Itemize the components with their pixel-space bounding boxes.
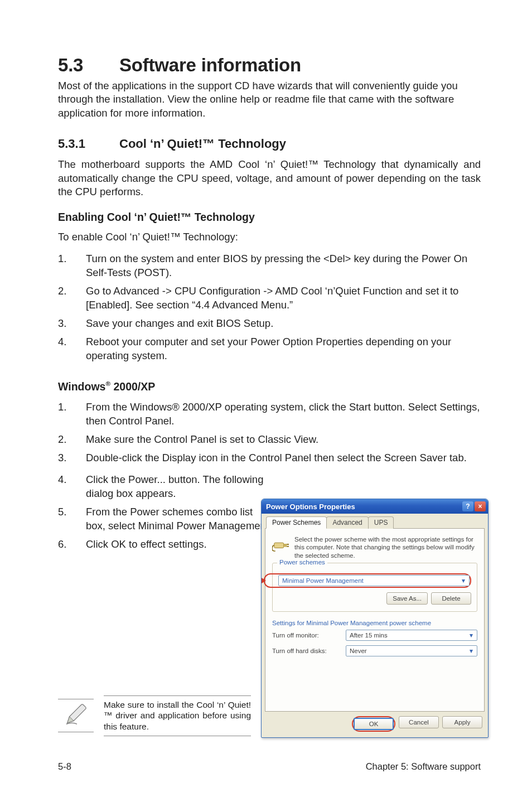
tab-ups[interactable]: UPS	[368, 516, 394, 529]
list-item: 4.Click the Power... button. The followi…	[58, 473, 481, 501]
list-item: 1.From the Windows® 2000/XP operating sy…	[58, 400, 481, 428]
note-text: Make sure to install the Cool ‘n’ Quiet!…	[104, 695, 251, 736]
section-number: 5.3	[58, 55, 119, 76]
highlight-ring: OK	[352, 716, 395, 732]
svg-rect-1	[284, 544, 287, 547]
power-plug-icon	[272, 535, 289, 552]
help-icon[interactable]: ?	[462, 501, 473, 511]
turn-off-monitor-select[interactable]: After 15 mins ▾	[346, 630, 477, 641]
close-icon[interactable]: ×	[475, 501, 486, 511]
subsection-title: Cool ‘n’ Quiet!™ Technology	[119, 137, 286, 151]
power-scheme-value: Minimal Power Management	[282, 577, 459, 584]
turn-off-disks-value: Never	[350, 648, 467, 654]
dialog-description: Select the power scheme with the most ap…	[294, 535, 477, 559]
tab-power-schemes[interactable]: Power Schemes	[266, 516, 327, 529]
cancel-button[interactable]: Cancel	[399, 716, 439, 728]
turn-off-disks-select[interactable]: Never ▾	[346, 645, 477, 656]
save-as-button[interactable]: Save As...	[386, 592, 428, 605]
tab-advanced[interactable]: Advanced	[326, 516, 368, 529]
settings-group-title: Settings for Minimal Power Management po…	[272, 620, 477, 626]
dropdown-arrow-icon: ▾	[467, 647, 476, 655]
reg-mark: ®	[105, 380, 110, 387]
subsection-number: 5.3.1	[58, 137, 119, 151]
tab-panel: Select the power scheme with the most ap…	[265, 529, 485, 712]
delete-button[interactable]: Delete	[431, 592, 471, 605]
dropdown-arrow-icon: ▾	[459, 577, 468, 584]
subsection-heading: 5.3.1Cool ‘n’ Quiet!™ Technology	[58, 137, 481, 151]
page-footer: 5-8 Chapter 5: Software support	[58, 761, 481, 772]
windows-heading: Windows® 2000/XP	[58, 380, 481, 393]
power-schemes-group: Power schemes Minimal Power Management ▾…	[272, 563, 477, 612]
dialog-title: Power Options Properties	[266, 503, 355, 511]
ok-button[interactable]: OK	[354, 718, 394, 730]
power-options-dialog: Power Options Properties ? × Power Schem…	[261, 499, 489, 738]
dropdown-arrow-icon: ▾	[467, 631, 476, 639]
dialog-tabs: Power Schemes Advanced UPS	[265, 516, 485, 529]
enabling-heading: Enabling Cool ‘n’ Quiet!™ Technology	[58, 211, 481, 224]
subsection-body: The motherboard supports the AMD Cool ‘n…	[58, 158, 481, 199]
list-item: 3.Double-click the Display icon in the C…	[58, 451, 481, 465]
power-scheme-select[interactable]: Minimal Power Management ▾	[278, 575, 470, 586]
list-item: 2.Go to Advanced -> CPU Configuration ->…	[58, 284, 481, 312]
power-schemes-legend: Power schemes	[277, 559, 327, 566]
list-item: 3.Save your changes and exit BIOS Setup.	[58, 317, 481, 331]
apply-button[interactable]: Apply	[442, 716, 482, 728]
note-box: Make sure to install the Cool ‘n’ Quiet!…	[58, 695, 251, 736]
dialog-titlebar[interactable]: Power Options Properties ? ×	[262, 499, 488, 514]
section-heading: 5.3Software information	[58, 55, 481, 76]
enabling-lead: To enable Cool ‘n’ Quiet!™ Technology:	[58, 230, 481, 244]
highlight-ring: Minimal Power Management ▾	[264, 573, 471, 588]
section-title: Software information	[119, 55, 301, 75]
turn-off-disks-label: Turn off hard disks:	[272, 648, 339, 654]
list-item: 1.Turn on the system and enter BIOS by p…	[58, 252, 481, 280]
note-icon-cell	[58, 699, 94, 732]
chapter-label: Chapter 5: Software support	[366, 761, 481, 772]
svg-rect-0	[274, 543, 284, 548]
section-intro: Most of the applications in the support …	[58, 79, 481, 120]
turn-off-monitor-value: After 15 mins	[350, 632, 467, 639]
list-item: 2.Make sure the Control Panel is set to …	[58, 433, 481, 447]
turn-off-monitor-label: Turn off monitor:	[272, 632, 339, 639]
enable-steps-list: 1.Turn on the system and enter BIOS by p…	[58, 252, 481, 363]
page-number: 5-8	[58, 761, 71, 772]
note-pen-icon	[63, 702, 89, 729]
windows-steps-list: 1.From the Windows® 2000/XP operating sy…	[58, 400, 481, 465]
list-item: 4.Reboot your computer and set your Powe…	[58, 335, 481, 363]
